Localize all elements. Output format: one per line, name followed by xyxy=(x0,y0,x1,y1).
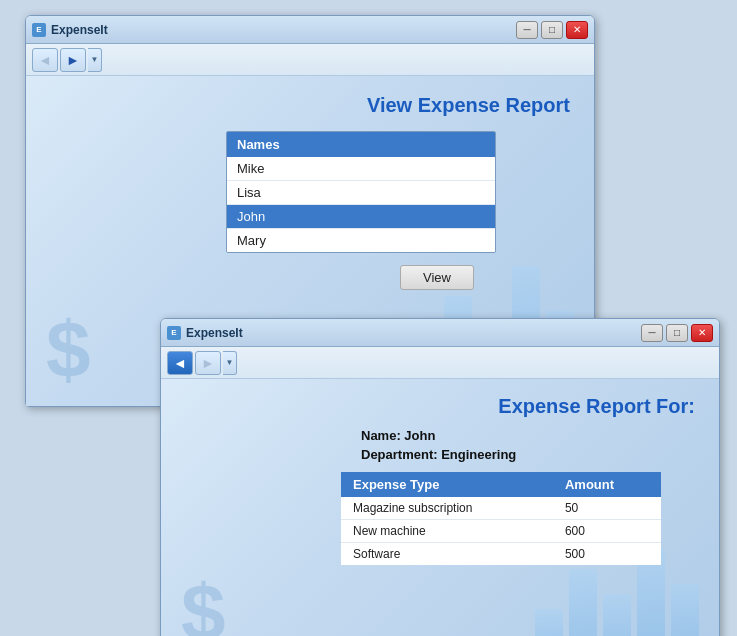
report-department-label: Department: Engineering xyxy=(361,447,699,462)
window-controls-2: ─ □ ✕ xyxy=(641,324,713,342)
amount-header: Amount xyxy=(553,472,661,497)
maximize-button-1[interactable]: □ xyxy=(541,21,563,39)
toolbar-1: ◄ ► ▼ xyxy=(26,44,594,76)
expense-row-2: New machine 600 xyxy=(341,520,661,543)
window-controls-1: ─ □ ✕ xyxy=(516,21,588,39)
minimize-button-1[interactable]: ─ xyxy=(516,21,538,39)
title-bar-1: E ExpenseIt ─ □ ✕ xyxy=(26,16,594,44)
app-icon-2: E xyxy=(167,326,181,340)
expense-type-1: Magazine subscription xyxy=(341,497,553,520)
expense-type-2: New machine xyxy=(341,520,553,543)
maximize-icon-1: □ xyxy=(549,24,555,35)
expense-table: Expense Type Amount Magazine subscriptio… xyxy=(341,472,661,565)
title-bar-2: E ExpenseIt ─ □ ✕ xyxy=(161,319,719,347)
names-list-header: Names xyxy=(227,132,495,157)
dollar-icon-bg-1: $ xyxy=(46,304,91,396)
forward-button-2[interactable]: ► xyxy=(195,351,221,375)
chart-bar-2-2 xyxy=(569,569,597,636)
back-icon-1: ◄ xyxy=(38,52,52,68)
minimize-icon-2: ─ xyxy=(648,327,655,338)
toolbar-2: ◄ ► ▼ xyxy=(161,347,719,379)
close-button-2[interactable]: ✕ xyxy=(691,324,713,342)
expense-type-3: Software xyxy=(341,543,553,566)
expense-type-header: Expense Type xyxy=(341,472,553,497)
back-icon-2: ◄ xyxy=(173,355,187,371)
close-button-1[interactable]: ✕ xyxy=(566,21,588,39)
name-item-john[interactable]: John xyxy=(227,205,495,229)
maximize-icon-2: □ xyxy=(674,327,680,338)
names-container: Names Mike Lisa John Mary xyxy=(226,131,496,253)
chart-bar-2-1 xyxy=(535,609,563,636)
app-icon-1: E xyxy=(32,23,46,37)
expense-amount-3: 500 xyxy=(553,543,661,566)
expense-row-1: Magazine subscription 50 xyxy=(341,497,661,520)
forward-button-1[interactable]: ► xyxy=(60,48,86,72)
close-icon-2: ✕ xyxy=(698,327,706,338)
dollar-icon-bg-2: $ xyxy=(181,567,226,636)
minimize-icon-1: ─ xyxy=(523,24,530,35)
view-btn-container: View xyxy=(264,253,534,290)
expense-amount-1: 50 xyxy=(553,497,661,520)
report-name-label: Name: John xyxy=(361,428,699,443)
back-button-1[interactable]: ◄ xyxy=(32,48,58,72)
nav-dropdown-1[interactable]: ▼ xyxy=(88,48,102,72)
page-title-1: View Expense Report xyxy=(26,76,594,131)
name-item-lisa[interactable]: Lisa xyxy=(227,181,495,205)
name-item-mike[interactable]: Mike xyxy=(227,157,495,181)
maximize-button-2[interactable]: □ xyxy=(666,324,688,342)
minimize-button-2[interactable]: ─ xyxy=(641,324,663,342)
window-title-1: ExpenseIt xyxy=(51,23,516,37)
forward-icon-1: ► xyxy=(66,52,80,68)
expense-amount-2: 600 xyxy=(553,520,661,543)
close-icon-1: ✕ xyxy=(573,24,581,35)
report-page-title: Expense Report For: xyxy=(161,379,719,428)
expense-table-header-row: Expense Type Amount xyxy=(341,472,661,497)
view-button[interactable]: View xyxy=(400,265,474,290)
report-details: Name: John Department: Engineering xyxy=(341,428,719,462)
back-button-2[interactable]: ◄ xyxy=(167,351,193,375)
expense-row-3: Software 500 xyxy=(341,543,661,566)
window-expense-report-detail: E ExpenseIt ─ □ ✕ ◄ ► ▼ $ xyxy=(160,318,720,636)
nav-dropdown-2[interactable]: ▼ xyxy=(223,351,237,375)
chart-bar-2-3 xyxy=(603,594,631,636)
names-list[interactable]: Names Mike Lisa John Mary xyxy=(226,131,496,253)
dropdown-icon-1: ▼ xyxy=(91,55,99,64)
window-title-2: ExpenseIt xyxy=(186,326,641,340)
window-content-2: $ Expense Report For: Name: John Departm… xyxy=(161,379,719,636)
forward-icon-2: ► xyxy=(201,355,215,371)
dropdown-icon-2: ▼ xyxy=(226,358,234,367)
name-item-mary[interactable]: Mary xyxy=(227,229,495,252)
chart-bar-2-5 xyxy=(671,584,699,636)
